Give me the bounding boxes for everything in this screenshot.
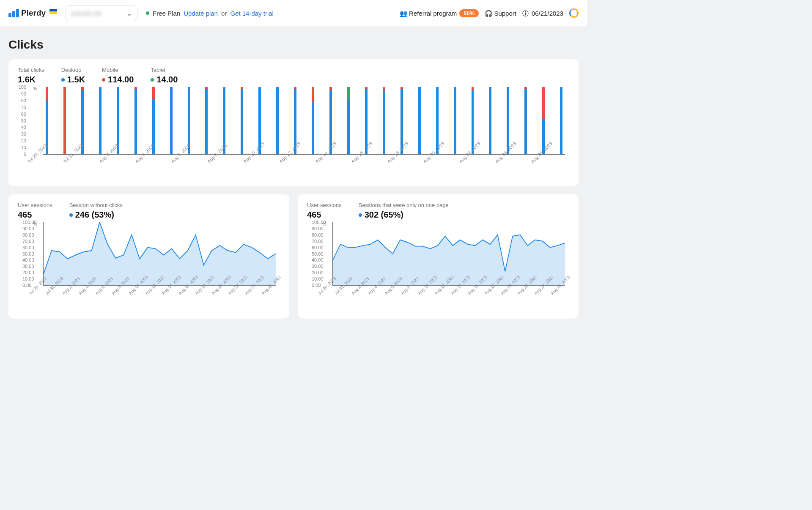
bar-Aug 22[interactable] xyxy=(472,87,474,154)
sessions-line-chart: 0.0010.0020.0030.0040.0050.0060.0070.008… xyxy=(43,222,276,286)
bar-Aug 7[interactable] xyxy=(205,87,208,154)
clicks-card: Total clicks 1.6K Desktop 1.5K Mobile 11… xyxy=(8,59,579,186)
site-selector-value: example site xyxy=(71,10,102,16)
no-click-label: Session without clicks xyxy=(69,202,123,208)
one-page-value: 302 (65%) xyxy=(359,210,449,220)
sessions-value-2: 465 xyxy=(307,210,342,220)
stat-tablet-value: 14.00 xyxy=(151,75,178,85)
one-page-dot-icon xyxy=(359,213,362,217)
sessions-label-2: User sessions xyxy=(307,202,342,208)
clicks-bar-chart: % 0102030405060708090100 Jul 29, 2023Jul… xyxy=(18,87,569,178)
bar-Aug 11[interactable] xyxy=(276,87,279,154)
bar-Aug 25[interactable] xyxy=(524,87,527,154)
app-status-icon[interactable] xyxy=(569,8,579,18)
sessions-card: User sessions 465 Session without clicks… xyxy=(8,194,289,319)
update-plan-link[interactable]: Update plan xyxy=(184,10,218,17)
bar-Aug 23[interactable] xyxy=(489,87,491,154)
stat-total: Total clicks 1.6K xyxy=(18,67,44,85)
info-icon: ⓘ xyxy=(522,10,529,16)
stat-total-label: Total clicks xyxy=(18,67,44,73)
sessions-stat-2: User sessions 465 xyxy=(307,202,342,220)
one-page-line-chart: 0.0010.0020.0030.0040.0050.0060.0070.008… xyxy=(332,222,565,286)
stat-mobile: Mobile 114.00 xyxy=(102,67,134,85)
bar-Aug 9[interactable] xyxy=(241,87,243,154)
one-page-stat: Sessions that were only on one page 302 … xyxy=(359,202,449,220)
top-bar: Plerdy example site ⌄ Free Plan Update p… xyxy=(0,0,587,26)
brand-logo[interactable]: Plerdy xyxy=(8,8,57,18)
trial-link[interactable]: Get 14-day trial xyxy=(230,10,274,17)
bar-Aug 5[interactable] xyxy=(170,87,173,154)
sessions-stat: User sessions 465 xyxy=(18,202,52,220)
no-click-dot-icon xyxy=(69,213,73,217)
bar-Aug 13[interactable] xyxy=(312,87,314,154)
desktop-dot-icon xyxy=(61,78,65,82)
bar-Aug 3[interactable] xyxy=(134,87,137,154)
bar-Aug 26[interactable] xyxy=(542,87,545,154)
ukraine-flag-icon xyxy=(49,9,57,14)
or-label: or xyxy=(221,10,227,17)
bar-Aug 17[interactable] xyxy=(383,87,385,154)
bar-Jul 30[interactable] xyxy=(63,87,66,154)
no-click-value: 246 (53%) xyxy=(69,210,123,220)
stat-total-value: 1.6K xyxy=(18,75,44,85)
referral-icon: 👥 xyxy=(400,10,406,16)
sessions-label: User sessions xyxy=(18,202,52,208)
stat-tablet: Tablet 14.00 xyxy=(151,67,178,85)
one-page-card: User sessions 465 Sessions that were onl… xyxy=(298,194,579,319)
bar-plot: 0102030405060708090100 xyxy=(43,87,565,155)
referral-link[interactable]: 👥 Referral program 50% xyxy=(400,9,479,17)
support-link[interactable]: 🎧 Support xyxy=(485,10,516,17)
support-label: Support xyxy=(494,10,516,17)
bar-y-unit: % xyxy=(33,86,37,91)
bar-Aug 15[interactable] xyxy=(347,87,350,154)
stat-tablet-label: Tablet xyxy=(151,67,178,73)
bar-Aug 21[interactable] xyxy=(454,87,456,154)
headset-icon: 🎧 xyxy=(485,10,491,16)
plan-status-dot-icon xyxy=(146,11,149,15)
site-selector[interactable]: example site ⌄ xyxy=(66,5,137,21)
referral-label: Referral program xyxy=(409,10,457,17)
bar-Aug 24[interactable] xyxy=(507,87,509,154)
stat-desktop: Desktop 1.5K xyxy=(61,67,85,85)
plan-label: Free Plan xyxy=(153,10,180,17)
mobile-dot-icon xyxy=(102,78,105,82)
stat-mobile-value: 114.00 xyxy=(102,75,134,85)
bar-Aug 1[interactable] xyxy=(99,87,102,154)
page-title: Clicks xyxy=(8,38,579,52)
referral-badge: 50% xyxy=(459,9,479,17)
header-date: ⓘ 06/21/2023 xyxy=(522,10,563,17)
sessions-value: 465 xyxy=(18,210,52,220)
plan-row: Free Plan Update plan or Get 14-day tria… xyxy=(146,10,274,17)
bar-Aug 27[interactable] xyxy=(560,87,562,154)
brand-text: Plerdy xyxy=(21,8,46,18)
chevron-down-icon: ⌄ xyxy=(126,9,132,17)
no-click-stat: Session without clicks 246 (53%) xyxy=(69,202,123,220)
stat-mobile-label: Mobile xyxy=(102,67,134,73)
bar-Aug 19[interactable] xyxy=(418,87,421,154)
stat-desktop-value: 1.5K xyxy=(61,75,85,85)
logo-bars-icon xyxy=(8,9,19,17)
date-label: 06/21/2023 xyxy=(532,10,563,17)
tablet-dot-icon xyxy=(151,78,154,82)
one-page-label: Sessions that were only on one page xyxy=(359,202,449,208)
stat-desktop-label: Desktop xyxy=(61,67,85,73)
